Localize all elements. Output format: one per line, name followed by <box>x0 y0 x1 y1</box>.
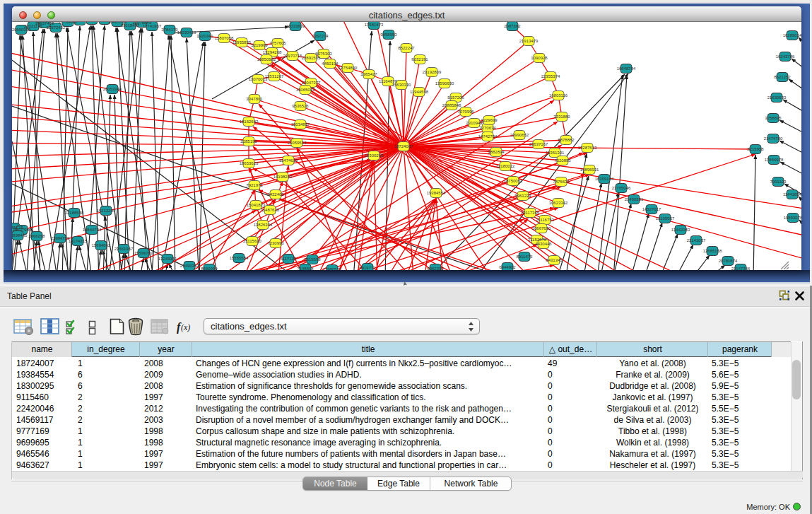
svg-text:3331880: 3331880 <box>553 115 570 119</box>
svg-text:23984729: 23984729 <box>51 236 70 240</box>
svg-text:3519598: 3519598 <box>304 257 321 262</box>
svg-text:21116753: 21116753 <box>536 218 554 222</box>
svg-text:8522247: 8522247 <box>398 46 415 50</box>
svg-text:16803116: 16803116 <box>549 93 568 98</box>
svg-text:22188558: 22188558 <box>65 211 84 215</box>
svg-text:22972422: 22972422 <box>47 25 66 30</box>
svg-text:12685158: 12685158 <box>703 249 722 253</box>
svg-text:15065043: 15065043 <box>296 88 315 92</box>
svg-text:7520883: 7520883 <box>554 158 571 163</box>
svg-text:17741957: 17741957 <box>143 24 162 28</box>
svg-text:15694662: 15694662 <box>92 243 111 247</box>
svg-text:2866268: 2866268 <box>28 234 45 238</box>
svg-text:2285195: 2285195 <box>240 139 257 144</box>
svg-text:6117128: 6117128 <box>281 257 298 261</box>
svg-text:12754890: 12754890 <box>339 66 358 70</box>
svg-text:4450194: 4450194 <box>322 62 339 66</box>
svg-text:21866289: 21866289 <box>71 22 90 23</box>
svg-text:18750052: 18750052 <box>504 179 523 183</box>
svg-text:19384554: 19384554 <box>427 191 446 195</box>
svg-text:18300295: 18300295 <box>365 153 384 158</box>
svg-text:15850982: 15850982 <box>257 57 276 62</box>
svg-text:15212299: 15212299 <box>97 209 116 213</box>
svg-text:12898445: 12898445 <box>12 233 28 238</box>
svg-text:23637167: 23637167 <box>529 142 548 146</box>
svg-text:11944598: 11944598 <box>410 90 429 94</box>
svg-text:1920341: 1920341 <box>196 34 213 38</box>
svg-text:16289014: 16289014 <box>783 33 801 37</box>
svg-text:7357274: 7357274 <box>312 34 329 38</box>
svg-text:9536526: 9536526 <box>292 104 309 108</box>
svg-text:17864978: 17864978 <box>765 158 784 162</box>
svg-text:13070013: 13070013 <box>249 77 268 81</box>
svg-text:7921975: 7921975 <box>246 183 263 187</box>
svg-text:13249951: 13249951 <box>158 257 177 261</box>
svg-text:7148818: 7148818 <box>297 267 314 271</box>
svg-text:18653623: 18653623 <box>240 161 259 165</box>
svg-text:9961224: 9961224 <box>514 194 531 198</box>
svg-text:16033809: 16033809 <box>286 24 305 28</box>
svg-text:13287613: 13287613 <box>578 146 597 150</box>
svg-text:16309144: 16309144 <box>595 177 614 181</box>
svg-text:8431345: 8431345 <box>546 258 563 262</box>
svg-text:5362395: 5362395 <box>427 267 444 271</box>
svg-text:18724007: 18724007 <box>394 144 413 148</box>
svg-text:16030429: 16030429 <box>177 30 196 35</box>
svg-text:7901103: 7901103 <box>770 180 787 184</box>
svg-text:17581473: 17581473 <box>365 23 384 27</box>
svg-text:21059514: 21059514 <box>288 141 307 145</box>
svg-text:8878882: 8878882 <box>558 138 575 142</box>
svg-text:7876634: 7876634 <box>553 180 570 184</box>
svg-text:23192809: 23192809 <box>423 70 442 74</box>
svg-text:1090928: 1090928 <box>531 56 548 60</box>
svg-text:22141037: 22141037 <box>687 238 706 243</box>
svg-text:5219969: 5219969 <box>251 43 268 47</box>
svg-text:14198212: 14198212 <box>273 175 293 179</box>
svg-text:7757605: 7757605 <box>269 41 286 45</box>
svg-text:7230993: 7230993 <box>267 241 284 245</box>
svg-text:15980555: 15980555 <box>323 267 342 271</box>
svg-text:21430391: 21430391 <box>625 197 644 201</box>
svg-text:11164876: 11164876 <box>379 79 397 83</box>
svg-text:15474619: 15474619 <box>279 158 298 163</box>
svg-text:7079996: 7079996 <box>457 110 474 114</box>
svg-text:4430446: 4430446 <box>535 242 552 246</box>
svg-text:8215958: 8215958 <box>747 147 764 151</box>
svg-text:11935835: 11935835 <box>233 40 252 45</box>
svg-text:13590630: 13590630 <box>435 81 454 86</box>
svg-text:15565584: 15565584 <box>230 256 249 260</box>
svg-text:22355374: 22355374 <box>541 74 560 78</box>
svg-text:8690069: 8690069 <box>201 267 218 271</box>
svg-text:6919772: 6919772 <box>359 266 376 270</box>
svg-text:20970715: 20970715 <box>283 54 302 58</box>
svg-text:16243786: 16243786 <box>776 54 795 59</box>
svg-text:19351301: 19351301 <box>546 151 565 155</box>
svg-text:19893078: 19893078 <box>784 216 801 220</box>
svg-text:22891505: 22891505 <box>302 56 321 60</box>
svg-text:3258695: 3258695 <box>765 116 782 120</box>
svg-text:5157206: 5157206 <box>447 95 464 100</box>
svg-text:15105057: 15105057 <box>656 216 675 221</box>
svg-text:15807058: 15807058 <box>215 36 234 40</box>
svg-text:2087682: 2087682 <box>504 24 521 28</box>
svg-text:3784179: 3784179 <box>161 28 178 32</box>
svg-text:22180022: 22180022 <box>496 164 515 168</box>
svg-text:14742784: 14742784 <box>478 134 498 139</box>
svg-text:13826304: 13826304 <box>254 223 273 227</box>
svg-text:6032191: 6032191 <box>411 57 428 62</box>
svg-text:20990652: 20990652 <box>510 133 529 137</box>
svg-text:14895931: 14895931 <box>580 168 599 172</box>
svg-text:3882894: 3882894 <box>488 150 505 154</box>
svg-text:(x): (x) <box>181 322 190 332</box>
svg-text:13294268: 13294268 <box>263 50 282 54</box>
svg-text:21115620: 21115620 <box>243 239 261 243</box>
svg-text:21474780: 21474780 <box>764 136 783 141</box>
svg-text:16648784: 16648784 <box>617 66 636 71</box>
svg-text:21913479: 21913479 <box>519 39 539 43</box>
svg-text:9458953: 9458953 <box>380 33 397 37</box>
svg-text:15034857: 15034857 <box>291 122 310 127</box>
svg-text:15596783: 15596783 <box>134 251 153 255</box>
svg-text:23490352: 23490352 <box>180 264 199 268</box>
svg-text:23047377: 23047377 <box>302 81 321 85</box>
svg-text:1229699: 1229699 <box>481 118 498 122</box>
